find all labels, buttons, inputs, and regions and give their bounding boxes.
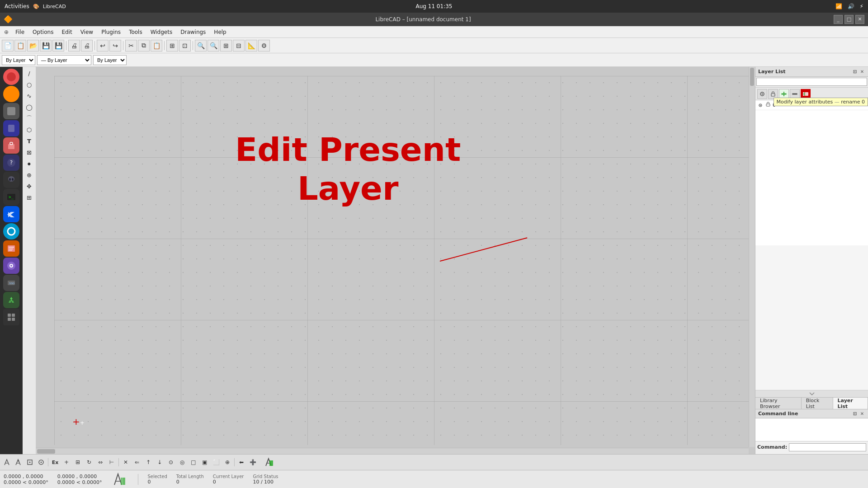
menu-edit[interactable]: Edit [58,28,75,36]
tool-curve[interactable]: ∿ [24,90,35,101]
save-as-button[interactable]: 💾 [52,40,64,52]
activities-label[interactable]: Activities [5,3,29,9]
menu-options[interactable]: Options [29,28,57,36]
dock-vscode-icon[interactable] [3,206,19,222]
panel-scroll-arrow[interactable] [755,390,868,397]
open-button[interactable]: 📂 [27,40,39,52]
bt-rect-select[interactable]: □ [188,457,199,468]
tab-library-browser[interactable]: Library Browser [755,398,802,409]
line-width-selector[interactable]: By Layer [93,55,127,65]
print-preview-button[interactable]: 🖨 [81,40,93,52]
dock-circle-icon[interactable] [3,223,19,239]
close-button[interactable]: ✕ [855,15,864,24]
bt-tool2[interactable]: ➕ [247,457,258,468]
zoom-all-button[interactable]: ⊟ [233,40,245,52]
bt-arrow-left[interactable]: ⇐ [132,457,142,468]
tool-polygon[interactable]: ⬡ [24,124,35,135]
dock-settings-icon[interactable] [3,258,19,274]
zoom-in-button[interactable]: 🔍 [195,40,207,52]
bt-circle-snap[interactable]: ◎ [177,457,188,468]
redo-button[interactable]: ↪ [109,40,121,52]
cut-button[interactable]: ✂ [125,40,137,52]
new-button[interactable]: 📄 [2,40,14,52]
bt-snap-endpoint[interactable] [2,457,13,468]
dock-bag-icon[interactable] [3,137,19,154]
bt-rotate-snap[interactable]: ↻ [84,457,94,468]
new-template-button[interactable]: 📋 [14,40,26,52]
bt-rect-select2[interactable]: ▣ [199,457,210,468]
dock-alien-icon[interactable] [3,172,19,188]
command-close-button[interactable]: ✕ [859,411,865,417]
tool-ellipse[interactable]: ◯ [24,102,35,113]
tool-hatch[interactable]: ⊠ [24,147,35,158]
print-button[interactable]: 🖨 [68,40,80,52]
bt-snap-node[interactable] [36,457,47,468]
menu-help[interactable]: Help [210,28,230,36]
menu-tools[interactable]: Tools [125,28,146,36]
measure-button[interactable]: 📐 [245,40,257,52]
layer-toggle-visible-button[interactable] [757,89,767,99]
tool-zoom-pan[interactable]: ⊞ [24,192,35,203]
zoom-out-button[interactable]: 🔍 [208,40,219,52]
dock-recycle-icon[interactable] [3,292,19,308]
menu-view[interactable]: View [77,28,97,36]
tab-layer-list[interactable]: Layer List [833,398,868,409]
menu-plugins[interactable]: Plugins [98,28,124,36]
bt-ortho[interactable]: ⊢ [106,457,117,468]
bt-snap-midpoint[interactable] [13,457,24,468]
bt-plus[interactable]: + [61,457,72,468]
command-input[interactable] [789,443,866,451]
window-controls[interactable]: _ □ ✕ [834,15,864,24]
tab-block-list[interactable]: Block List [802,398,833,409]
tool-line[interactable]: / [24,68,35,79]
bt-grid-snap[interactable]: ⊞ [72,457,83,468]
command-float-button[interactable]: ⊡ [852,411,858,417]
bt-tool1[interactable]: ⬅ [236,457,247,468]
dock-app2-icon[interactable] [3,103,19,119]
tool-move[interactable]: ✥ [24,181,35,192]
undo-button[interactable]: ↩ [97,40,108,52]
bt-snap-center[interactable] [24,457,35,468]
minimize-button[interactable]: _ [834,15,843,24]
bt-ex[interactable]: Ex [50,457,61,468]
line-style-selector[interactable]: — By Layer [37,55,91,65]
snap-button[interactable]: ⊡ [179,40,191,52]
drawing-canvas[interactable]: Edit Present Layer + [36,67,755,454]
dock-home-icon[interactable] [3,69,19,85]
paste-button[interactable]: 📋 [151,40,162,52]
horizontal-scrollbar[interactable] [36,448,749,454]
bt-delete[interactable]: ✕ [120,457,131,468]
dock-grid-icon[interactable] [3,309,19,325]
dock-terminal-icon[interactable]: >_ [3,189,19,205]
bt-snap-on[interactable]: ⊙ [165,457,176,468]
dock-book-icon[interactable] [3,120,19,136]
bt-cross-select[interactable]: ⊕ [222,457,233,468]
dock-ssd-icon[interactable]: SSD [3,275,19,291]
tool-circle[interactable]: ○ [24,79,35,90]
menu-file[interactable]: File [12,28,28,36]
bt-arrow-up[interactable]: ↑ [143,457,154,468]
bt-arrow-down[interactable]: ↓ [154,457,165,468]
bt-window-select[interactable]: ⬜ [211,457,222,468]
menu-widgets[interactable]: Widgets [147,28,176,36]
panel-close-button[interactable]: ✕ [859,69,865,75]
save-button[interactable]: 💾 [40,40,52,52]
dock-reader-icon[interactable] [3,240,19,257]
tool-polyline[interactable]: ⌒ [24,113,35,124]
maximize-button[interactable]: □ [844,15,854,24]
layer-search-input[interactable] [756,78,867,86]
menu-drawings[interactable]: Drawings [177,28,209,36]
bt-mirror[interactable]: ⇔ [95,457,106,468]
layer-lock-icon[interactable] [765,102,771,108]
zoom-fit-button[interactable]: ⊞ [220,40,232,52]
copy-button[interactable]: ⧉ [138,40,150,52]
tool-point[interactable]: ● [24,158,35,169]
color-selector[interactable]: By Layer [2,55,35,65]
tool-insert[interactable]: ⊕ [24,169,35,180]
layer-eye-icon[interactable] [757,102,764,108]
grid-button[interactable]: ⊞ [166,40,178,52]
settings-button[interactable]: ⚙ [258,40,270,52]
dock-question-icon[interactable]: ? [3,155,19,171]
vertical-scrollbar[interactable] [749,67,755,447]
panel-float-button[interactable]: ⊡ [852,69,858,75]
